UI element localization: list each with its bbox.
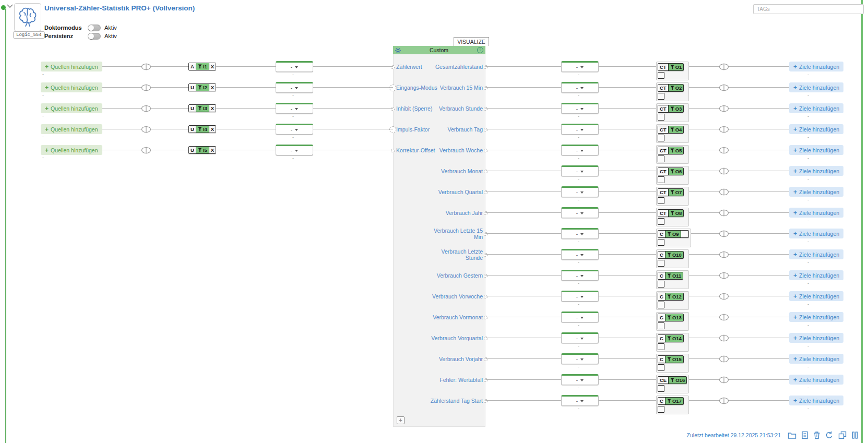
- add-targets-button[interactable]: +Ziele hinzufügen: [789, 145, 843, 155]
- tags-input[interactable]: [753, 4, 864, 14]
- target-dropdown[interactable]: -: [561, 270, 599, 281]
- add-targets-button[interactable]: +Ziele hinzufügen: [789, 333, 843, 343]
- add-targets-button[interactable]: +Ziele hinzufügen: [789, 375, 843, 385]
- wire-connector[interactable]: [719, 63, 729, 70]
- output-port-tag[interactable]: O1: [669, 64, 684, 70]
- remove-input-button[interactable]: X: [209, 105, 216, 112]
- output-port-tag[interactable]: O11: [665, 272, 683, 279]
- output-port-tag[interactable]: O15: [665, 356, 683, 363]
- wire-connector[interactable]: [719, 105, 729, 112]
- collapse-chevron-icon[interactable]: [7, 4, 13, 8]
- wire-connector[interactable]: [141, 147, 151, 154]
- add-sources-button[interactable]: +Quellen hinzufügen: [41, 82, 102, 92]
- output-flags[interactable]: CT: [658, 168, 669, 175]
- remove-input-button[interactable]: X: [209, 126, 216, 133]
- add-sources-button[interactable]: +Quellen hinzufügen: [41, 145, 102, 155]
- output-port-tag[interactable]: O3: [669, 105, 684, 112]
- source-dropdown[interactable]: -: [276, 103, 313, 114]
- output-port-tag[interactable]: O7: [669, 189, 684, 196]
- wire-connector[interactable]: [719, 251, 729, 258]
- add-targets-button[interactable]: +Ziele hinzufügen: [789, 291, 843, 301]
- output-flags[interactable]: C: [658, 231, 665, 237]
- add-targets-button[interactable]: +Ziele hinzufügen: [789, 166, 843, 176]
- add-port-icon[interactable]: +: [397, 416, 405, 424]
- output-flags[interactable]: CT: [658, 189, 669, 196]
- wire-connector[interactable]: [719, 209, 729, 217]
- target-dropdown[interactable]: -: [561, 186, 599, 197]
- wire-connector[interactable]: [719, 188, 729, 196]
- remove-input-button[interactable]: X: [209, 63, 216, 70]
- wire-connector[interactable]: [719, 334, 729, 342]
- add-targets-button[interactable]: +Ziele hinzufügen: [789, 270, 843, 280]
- output-port-tag[interactable]: O10: [665, 252, 683, 258]
- wire-connector[interactable]: [719, 314, 729, 321]
- input-port-tag[interactable]: I3: [196, 105, 209, 112]
- remove-input-button[interactable]: X: [209, 147, 216, 153]
- output-port-tag[interactable]: O13: [665, 314, 683, 321]
- target-dropdown[interactable]: -: [561, 374, 599, 385]
- add-targets-button[interactable]: +Ziele hinzufügen: [789, 249, 843, 259]
- add-targets-button[interactable]: +Ziele hinzufügen: [789, 396, 843, 405]
- pause-icon[interactable]: [851, 431, 859, 439]
- wire-connector[interactable]: [719, 126, 729, 133]
- trash-icon[interactable]: [813, 431, 821, 439]
- output-flags[interactable]: C: [658, 335, 665, 342]
- wire-connector[interactable]: [719, 376, 729, 384]
- output-flags[interactable]: C: [658, 293, 665, 300]
- output-port-tag[interactable]: O14: [665, 335, 683, 342]
- input-port-tag[interactable]: I2: [196, 84, 209, 91]
- logic-module-thumbnail[interactable]: [14, 3, 41, 31]
- output-flags[interactable]: C: [658, 398, 665, 404]
- add-sources-button[interactable]: +Quellen hinzufügen: [41, 62, 102, 71]
- wire-connector[interactable]: [719, 293, 729, 300]
- output-flags[interactable]: CT: [658, 147, 669, 154]
- wire-connector[interactable]: [719, 397, 729, 404]
- target-dropdown[interactable]: -: [561, 103, 599, 114]
- target-dropdown[interactable]: -: [561, 145, 599, 155]
- output-port-tag[interactable]: O17: [665, 398, 683, 404]
- output-flags[interactable]: CT: [658, 210, 669, 217]
- source-dropdown[interactable]: -: [276, 145, 313, 155]
- target-dropdown[interactable]: -: [561, 291, 599, 302]
- add-targets-button[interactable]: +Ziele hinzufügen: [789, 82, 843, 92]
- folder-icon[interactable]: [788, 432, 796, 439]
- input-port-tag[interactable]: I5: [196, 147, 209, 153]
- wire-connector[interactable]: [141, 63, 151, 70]
- wire-connector[interactable]: [719, 84, 729, 91]
- input-mode-flag[interactable]: U: [189, 147, 196, 153]
- target-dropdown[interactable]: -: [561, 228, 599, 239]
- output-flags[interactable]: CE: [658, 377, 669, 384]
- add-targets-button[interactable]: +Ziele hinzufügen: [789, 62, 843, 71]
- target-dropdown[interactable]: -: [561, 249, 599, 260]
- source-dropdown[interactable]: -: [276, 61, 313, 72]
- output-flags[interactable]: C: [658, 356, 665, 363]
- wire-connector[interactable]: [719, 230, 729, 237]
- output-extra-slot[interactable]: [681, 231, 688, 237]
- output-flags[interactable]: CT: [658, 85, 669, 91]
- target-dropdown[interactable]: -: [561, 395, 599, 406]
- add-targets-button[interactable]: +Ziele hinzufügen: [789, 354, 843, 364]
- output-port-tag[interactable]: O5: [669, 147, 684, 154]
- output-port-tag[interactable]: O6: [669, 168, 684, 175]
- target-dropdown[interactable]: -: [561, 207, 599, 218]
- wire-connector[interactable]: [719, 272, 729, 279]
- target-dropdown[interactable]: -: [561, 353, 599, 364]
- output-port-tag[interactable]: O12: [665, 293, 683, 300]
- source-dropdown[interactable]: -: [276, 82, 313, 93]
- target-dropdown[interactable]: -: [561, 332, 599, 343]
- persistenz-switch[interactable]: [88, 33, 101, 40]
- output-port-tag[interactable]: O8: [669, 210, 684, 217]
- target-dropdown[interactable]: -: [561, 165, 599, 176]
- target-dropdown[interactable]: -: [561, 312, 599, 322]
- wire-connector[interactable]: [141, 105, 151, 112]
- remove-input-button[interactable]: X: [209, 84, 216, 91]
- wire-connector[interactable]: [719, 167, 729, 175]
- input-port-tag[interactable]: I4: [196, 126, 209, 133]
- output-port-tag[interactable]: O16: [669, 377, 686, 384]
- help-icon[interactable]: ?: [477, 47, 483, 53]
- wire-connector[interactable]: [141, 126, 151, 133]
- add-targets-button[interactable]: +Ziele hinzufügen: [789, 124, 843, 134]
- target-dropdown[interactable]: -: [561, 61, 599, 72]
- output-port-tag[interactable]: O4: [669, 126, 684, 133]
- input-mode-flag[interactable]: U: [189, 84, 196, 91]
